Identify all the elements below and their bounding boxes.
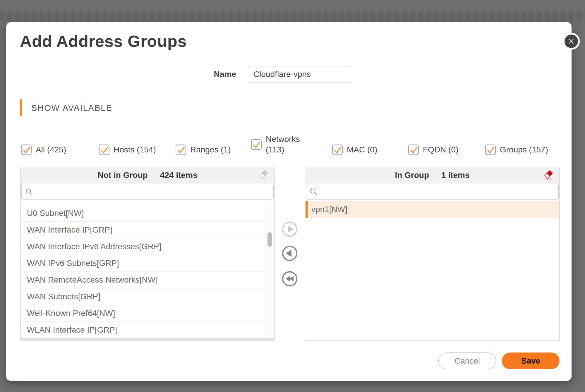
not-in-group-search: [21, 184, 274, 200]
type-filter-checkbox-item[interactable]: Networks (113): [251, 134, 301, 155]
close-button[interactable]: [563, 33, 580, 50]
checkbox-checked-icon[interactable]: [21, 145, 32, 155]
vertical-scrollbar-track[interactable]: [265, 200, 274, 338]
search-input[interactable]: [21, 184, 274, 200]
in-group-list: vpn1[NW]: [306, 201, 559, 338]
list-item[interactable]: WAN Subnets[GRP]: [21, 288, 274, 305]
in-group-search: [306, 184, 559, 200]
in-group-panel: In Group 1 items: [305, 167, 560, 341]
name-input[interactable]: [248, 66, 352, 82]
move-right-button[interactable]: [282, 221, 298, 237]
arrow-left-icon: [282, 245, 298, 261]
double-arrow-left-icon: [282, 271, 298, 287]
checkmark-icon: [99, 145, 109, 154]
clear-selection-button[interactable]: [543, 170, 554, 180]
checkmark-icon: [176, 145, 186, 154]
page-title: Add Address Groups: [20, 32, 187, 51]
checkbox-checked-icon[interactable]: [485, 145, 496, 155]
type-filter-checkbox-item[interactable]: MAC (0): [332, 139, 377, 160]
panel-item-count: 424 items: [160, 171, 198, 180]
horizontal-scrollbar-track[interactable]: [21, 338, 274, 340]
filter-label: Networks (113): [266, 134, 301, 155]
add-address-groups-dialog: Add Address Groups Name SHOW AVAILABLE A…: [6, 22, 572, 381]
checkbox-checked-icon[interactable]: [251, 139, 262, 150]
panel-title: In Group: [395, 171, 429, 180]
checkmark-icon: [409, 145, 418, 154]
list-item[interactable]: WAN Interface IP[GRP]: [21, 222, 274, 238]
close-icon: [568, 38, 574, 44]
list-item[interactable]: vpn1[NW]: [306, 201, 559, 218]
checkbox-checked-icon[interactable]: [408, 145, 419, 155]
arrow-right-icon: [282, 221, 298, 237]
filter-label: Groups (157): [500, 145, 548, 155]
vertical-scrollbar-thumb[interactable]: [267, 232, 272, 247]
checkbox-checked-icon[interactable]: [99, 145, 109, 155]
eraser-icon: [258, 170, 269, 180]
panel-title: Not in Group: [98, 171, 148, 180]
name-field-label: Name: [183, 66, 236, 82]
list-item[interactable]: U0 Subnet[NW]: [21, 205, 274, 222]
type-filter-checkbox-item[interactable]: Groups (157): [485, 139, 548, 160]
type-filter-checkbox-item[interactable]: All (425): [21, 139, 66, 160]
section-accent-bar: [20, 99, 22, 116]
show-available-heading: SHOW AVAILABLE: [31, 99, 112, 116]
cancel-button[interactable]: Cancel: [438, 353, 496, 369]
partial-scrolled-row: [21, 200, 274, 205]
list-item[interactable]: WLAN Interface IP[GRP]: [21, 322, 274, 338]
eraser-icon: [543, 170, 554, 180]
search-input[interactable]: [306, 184, 559, 200]
filter-label: MAC (0): [347, 145, 377, 155]
panel-item-count: 1 items: [441, 171, 470, 180]
checkmark-icon: [486, 145, 495, 154]
not-in-group-panel: Not in Group 424 items: [20, 167, 275, 341]
list-item[interactable]: Well-Known Pref64[NW]: [21, 305, 274, 322]
in-group-header: In Group 1 items: [305, 167, 559, 183]
screen: Add Address Groups Name SHOW AVAILABLE A…: [0, 0, 585, 392]
checkmark-icon: [22, 145, 31, 154]
save-button[interactable]: Save: [502, 353, 560, 369]
clear-selection-button[interactable]: [258, 170, 269, 180]
type-filter-checkbox-item[interactable]: FQDN (0): [408, 139, 458, 160]
filter-label: FQDN (0): [423, 145, 458, 155]
checkmark-icon: [252, 140, 261, 149]
checkmark-icon: [333, 145, 342, 154]
list-item[interactable]: WAN Interface IPv6 Addresses[GRP]: [21, 238, 274, 255]
move-left-button[interactable]: [282, 245, 298, 261]
list-item[interactable]: WAN RemoteAccess Networks[NW]: [21, 272, 274, 288]
type-filter-checkbox-item[interactable]: Ranges (1): [176, 139, 231, 160]
move-all-left-button[interactable]: [282, 271, 298, 287]
not-in-group-header: Not in Group 424 items: [21, 167, 274, 183]
filter-label: Hosts (154): [114, 145, 156, 155]
occluded-page-behind-overlay: [0, 12, 585, 20]
list-item[interactable]: WAN IPv6 Subnets[GRP]: [21, 255, 274, 272]
checkbox-checked-icon[interactable]: [176, 145, 186, 155]
checkbox-checked-icon[interactable]: [332, 145, 343, 155]
not-in-group-list: U0 Subnet[NW]WAN Interface IP[GRP]WAN In…: [21, 200, 274, 338]
filter-label: Ranges (1): [190, 145, 231, 155]
filter-row: All (425) Hosts (154) Ranges (1) Network…: [6, 139, 572, 160]
filter-label: All (425): [36, 145, 66, 155]
type-filter-checkbox-item[interactable]: Hosts (154): [99, 139, 156, 160]
